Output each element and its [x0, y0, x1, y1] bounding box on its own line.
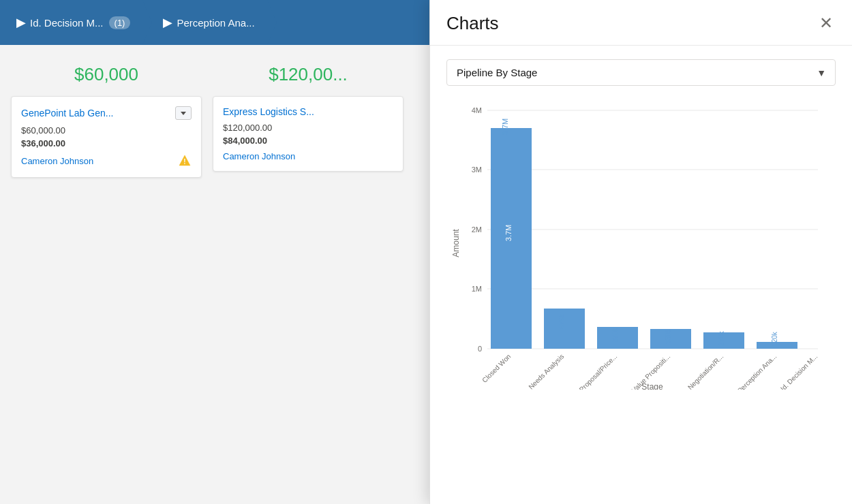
- card-2-title[interactable]: Express Logistics S...: [223, 106, 314, 117]
- stage-label-1: Id. Decision M...: [30, 17, 104, 29]
- x-label-5: Negotiation/R...: [686, 353, 725, 390]
- charts-title: Charts: [446, 13, 499, 34]
- card-1-amount2: $36,000.00: [21, 138, 192, 148]
- svg-text:4M: 4M: [472, 106, 482, 114]
- cards-area: $60,000 GenePoint Lab Gen... $60,000.00 …: [0, 45, 433, 189]
- bar-chart: Amount 4M 3M 2M 1M 0 3.7M 3.7M 675k: [446, 97, 835, 390]
- stage-label-2: Perception Ana...: [177, 17, 254, 29]
- x-label-1: Closed Won: [481, 353, 512, 384]
- bar-6-label: 120k: [771, 331, 778, 347]
- column-2-amount: $120,00...: [213, 56, 404, 85]
- svg-text:3.7M: 3.7M: [501, 119, 509, 135]
- stage-id-decision[interactable]: ▶ Id. Decision M... (1): [0, 0, 142, 45]
- card-2: Express Logistics S... $120,000.00 $84,0…: [213, 96, 404, 172]
- card-1-dropdown-button[interactable]: [175, 106, 192, 120]
- x-axis-label: Stage: [641, 382, 663, 390]
- warning-icon: !: [178, 154, 192, 168]
- card-1-header: GenePoint Lab Gen...: [21, 106, 192, 120]
- chart-container: Amount 4M 3M 2M 1M 0 3.7M 3.7M 675k: [446, 97, 836, 392]
- card-1: GenePoint Lab Gen... $60,000.00 $36,000.…: [11, 96, 202, 178]
- card-2-owner[interactable]: Cameron Johnson: [223, 151, 295, 161]
- bar-5-label: 270k: [718, 330, 725, 346]
- bar-4-label: 330k: [665, 328, 672, 344]
- column-2: $120,00... Express Logistics S... $120,0…: [213, 56, 404, 178]
- column-1-amount: $60,000: [11, 56, 202, 85]
- card-1-amount1: $60,000.00: [21, 125, 192, 136]
- charts-header: Charts ✕: [430, 0, 852, 46]
- chart-type-select[interactable]: Pipeline By Stage Pipeline By Owner Pipe…: [446, 59, 836, 86]
- stage-count-1: (1): [109, 16, 131, 29]
- y-axis-label: Amount: [451, 229, 461, 257]
- svg-text:2M: 2M: [472, 225, 482, 234]
- x-label-7: Id. Decision M...: [779, 353, 819, 390]
- card-2-header: Express Logistics S...: [223, 106, 393, 117]
- chevron-down-icon: [181, 112, 186, 115]
- stage-perception[interactable]: ▶ Perception Ana...: [142, 0, 267, 45]
- column-1: $60,000 GenePoint Lab Gen... $60,000.00 …: [11, 56, 202, 178]
- kanban-panel: ▶ Id. Decision M... (1) ▶ Perception Ana…: [0, 0, 433, 504]
- svg-text:!: !: [183, 158, 185, 166]
- card-1-owner[interactable]: Cameron Johnson: [21, 156, 93, 166]
- x-label-2: Needs Analysis: [527, 353, 565, 390]
- close-button[interactable]: ✕: [817, 12, 836, 34]
- svg-text:0: 0: [478, 345, 482, 353]
- x-label-6: Perception Ana...: [736, 353, 778, 390]
- stage-bar: ▶ Id. Decision M... (1) ▶ Perception Ana…: [0, 0, 433, 45]
- card-1-footer: Cameron Johnson !: [21, 154, 192, 168]
- card-2-amount2: $84,000.00: [223, 136, 393, 146]
- card-1-title[interactable]: GenePoint Lab Gen...: [21, 108, 113, 119]
- bar-1-label: 3.7M: [504, 225, 513, 241]
- bar-2-label: 675k: [558, 313, 566, 329]
- chart-select-wrapper: Pipeline By Stage Pipeline By Owner Pipe…: [446, 59, 836, 86]
- card-2-footer: Cameron Johnson: [223, 151, 393, 161]
- bar-3-label: 370k: [611, 327, 619, 343]
- svg-text:3M: 3M: [472, 166, 482, 174]
- x-label-3: Proposal/Price...: [578, 353, 619, 390]
- stage-arrow-icon-2: ▶: [163, 15, 172, 30]
- stage-arrow-icon: ▶: [16, 15, 26, 30]
- card-2-amount1: $120,000.00: [223, 123, 393, 133]
- svg-text:1M: 1M: [472, 285, 482, 293]
- charts-panel: Charts ✕ Pipeline By Stage Pipeline By O…: [429, 0, 852, 504]
